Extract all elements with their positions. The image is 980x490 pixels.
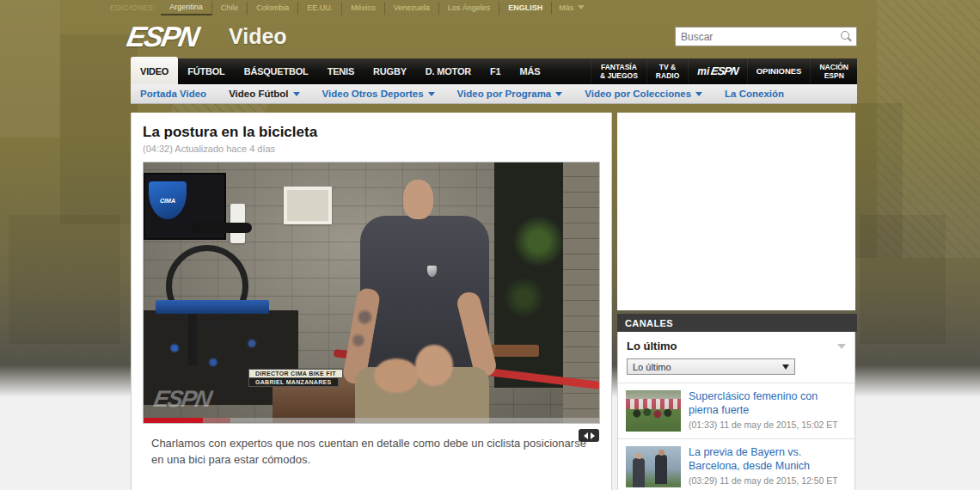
video-description-row: Charlamos con expertos que nos cuentan e…	[132, 424, 611, 469]
sidebar-video-item-1[interactable]: Superclásico femenino con pierna fuerte …	[618, 383, 854, 438]
carousel-pager[interactable]	[579, 429, 599, 442]
subnav-label: Video por Programa	[457, 89, 552, 99]
caption-name: GABRIEL MANZANARES	[248, 377, 339, 387]
video-subnav: Portada Video Video Fútbol Video Otros D…	[131, 84, 857, 104]
channels-header-bar: CANALES	[617, 314, 857, 332]
espn-watermark: ESPN	[151, 386, 212, 413]
sidebar-item-title[interactable]: La previa de Bayern vs. Barcelona, desde…	[689, 446, 848, 473]
nav-fantasia-juegos[interactable]: FANTASÍA & JUEGOS	[591, 58, 646, 84]
edition-link-mexico[interactable]: México	[342, 2, 385, 15]
camo-block	[9, 215, 120, 344]
main-nav: VIDEO FÚTBOL BÁSQUETBOL TENIS RUGBY D. M…	[131, 58, 857, 84]
scene-man-hand	[415, 345, 453, 386]
subnav-label: Video por Colecciones	[585, 89, 691, 99]
video-title: La postura en la bicicleta	[143, 124, 611, 141]
sidebar-item-title[interactable]: Superclásico femenino con pierna fuerte	[689, 390, 848, 417]
subnav-portada-video[interactable]: Portada Video	[140, 89, 206, 99]
scene-bike-saddle	[192, 223, 252, 233]
nav-nacion-line1: NACIÓN	[819, 63, 848, 71]
nav-tab-d-motor[interactable]: D. MOTOR	[416, 58, 481, 84]
subnav-video-futbol[interactable]: Video Fútbol	[229, 89, 299, 99]
search-icon[interactable]	[838, 29, 854, 45]
main-nav-right: FANTASÍA & JUEGOS TV & RADIO mi ESPN OPI…	[591, 58, 857, 84]
collapse-chevron-icon[interactable]	[837, 344, 846, 349]
subnav-label: Portada Video	[140, 89, 206, 99]
search-box	[675, 27, 857, 46]
edition-link-eeuu[interactable]: EE.UU.	[298, 2, 342, 15]
edition-more-label: Más	[559, 3, 573, 12]
chevron-down-icon	[428, 92, 435, 96]
edition-link-venezuela[interactable]: Venezuela	[385, 2, 439, 15]
video-meta: (04:32) Actualizado hace 4 días	[143, 144, 611, 154]
edition-bar: EDICIONES: Argentina Chile Colombia EE.U…	[110, 0, 591, 15]
nav-nacion-line2: ESPN	[824, 71, 844, 80]
nav-opiniones[interactable]: OPINIONES	[747, 58, 811, 84]
nav-fantasia-line2: & JUEGOS	[600, 71, 638, 80]
camo-block	[60, 34, 138, 224]
camo-block	[860, 215, 946, 344]
nav-tab-video[interactable]: VIDEO	[131, 57, 178, 84]
edition-link-english[interactable]: ENGLISH	[499, 2, 552, 15]
nav-tab-tenis[interactable]: TENIS	[318, 58, 364, 84]
arrow-right-icon	[591, 432, 595, 439]
main-content-card: La postura en la bicicleta (04:32) Actua…	[131, 113, 612, 490]
page-section-title: Video	[229, 24, 287, 49]
subnav-video-por-colecciones[interactable]: Video por Colecciones	[585, 89, 702, 99]
mi-prefix: mi	[697, 65, 709, 77]
camo-block	[0, 0, 60, 138]
nav-tab-mas[interactable]: MÁS	[510, 58, 549, 84]
subnav-label: La Conexión	[725, 89, 784, 99]
sidebar-video-item-2[interactable]: La previa de Bayern vs. Barcelona, desde…	[618, 438, 854, 490]
edition-link-chile[interactable]: Chile	[212, 2, 248, 15]
channels-section-title: Lo último	[627, 340, 677, 352]
nav-tab-basquetbol[interactable]: BÁSQUETBOL	[235, 58, 318, 84]
arrow-left-icon	[584, 432, 588, 439]
nav-tab-futbol[interactable]: FÚTBOL	[178, 58, 234, 84]
channel-select-dropdown[interactable]: Lo último	[627, 358, 795, 375]
chevron-down-icon	[293, 92, 300, 96]
sidebar-item-meta: (01:33) 11 de may de 2015, 15:02 ET	[689, 420, 848, 430]
nav-tab-f1[interactable]: F1	[481, 58, 510, 84]
nav-tab-rugby[interactable]: RUGBY	[364, 58, 416, 84]
chevron-down-icon	[782, 364, 789, 370]
edition-more-menu[interactable]: Más	[552, 2, 591, 15]
edition-link-colombia[interactable]: Colombia	[248, 2, 298, 15]
subnav-video-otros-deportes[interactable]: Video Otros Deportes	[322, 89, 435, 99]
video-progress-fill	[144, 418, 203, 423]
nav-mi-espn[interactable]: mi ESPN	[688, 58, 746, 84]
lower-third-caption: DIRECTOR CIMA BIKE FIT GABRIEL MANZANARE…	[248, 369, 343, 387]
mi-espn-logo: ESPN	[710, 64, 739, 78]
espn-logo[interactable]: ESPN	[125, 21, 201, 53]
video-thumbnail[interactable]	[626, 446, 681, 487]
video-thumbnail[interactable]	[626, 390, 681, 432]
nav-nacion-espn[interactable]: NACIÓN ESPN	[810, 58, 857, 84]
main-nav-left: VIDEO FÚTBOL BÁSQUETBOL TENIS RUGBY D. M…	[131, 58, 549, 84]
chevron-down-icon	[695, 92, 702, 96]
sidebar-item-text: La previa de Bayern vs. Barcelona, desde…	[689, 446, 848, 487]
scene-tripod	[188, 314, 197, 365]
scene-certificate	[284, 187, 332, 224]
chevron-down-icon	[578, 5, 585, 9]
chevron-down-icon	[555, 92, 562, 96]
nav-fantasia-line1: FANTASÍA	[601, 63, 637, 71]
subnav-la-conexion[interactable]: La Conexión	[725, 89, 784, 99]
nav-tv-radio[interactable]: TV & RADIO	[646, 58, 688, 84]
sidebar-item-meta: (03:29) 11 de may de 2015, 12:50 ET	[689, 475, 848, 486]
channels-header-label: CANALES	[625, 318, 673, 328]
ad-slot	[617, 113, 855, 310]
scene-man-hand	[374, 358, 419, 393]
video-description: Charlamos con expertos que nos cuentan e…	[151, 436, 588, 469]
video-player[interactable]: CIMA DIRECTOR CIMA BIKE FIT GABRIEL MANZ…	[143, 162, 600, 424]
scene-man-head	[403, 180, 433, 219]
edition-link-los-angeles[interactable]: Los Ángeles	[439, 2, 500, 15]
channel-select-value: Lo último	[633, 362, 671, 372]
subnav-video-por-programa[interactable]: Video por Programa	[457, 89, 563, 99]
edition-link-argentina[interactable]: Argentina	[161, 1, 212, 15]
ediciones-label: EDICIONES:	[110, 3, 156, 12]
scene-blue-beam	[156, 300, 269, 314]
channels-panel: Lo último Lo último Superclásico femenin…	[617, 332, 855, 490]
nav-tv-line1: TV &	[659, 63, 676, 71]
subnav-label: Video Fútbol	[229, 89, 288, 99]
nav-tv-line2: RADIO	[656, 71, 679, 80]
search-input[interactable]	[676, 31, 838, 43]
